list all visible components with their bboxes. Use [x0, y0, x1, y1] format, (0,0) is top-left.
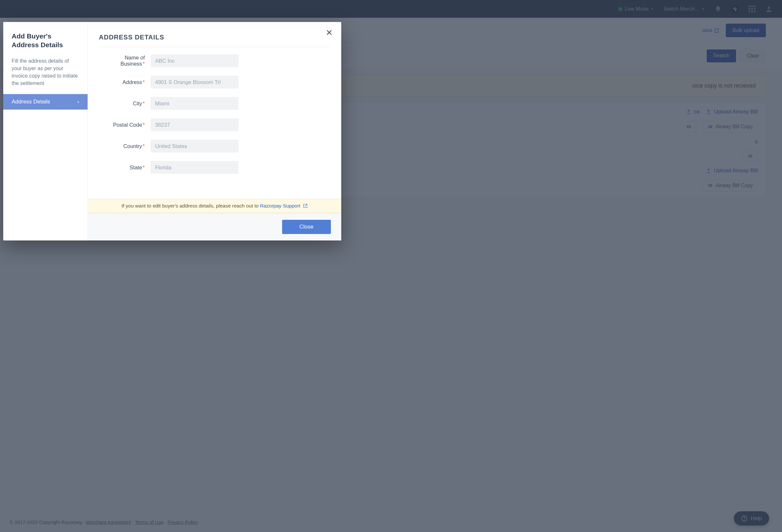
country-input[interactable]: [151, 140, 239, 152]
postal-code-label: Postal Code*: [99, 122, 146, 128]
address-form: Name of Business* Address* City* Postal …: [88, 47, 341, 199]
business-name-label: Name of Business*: [99, 55, 146, 67]
external-link-icon: [303, 204, 308, 208]
section-title: ADDRESS DETAILS: [99, 22, 330, 47]
razorpay-support-link[interactable]: Razorpay Support: [260, 203, 308, 209]
modal-content: ✕ ADDRESS DETAILS Name of Business* Addr…: [88, 22, 341, 241]
close-icon[interactable]: ✕: [326, 29, 333, 37]
state-label: State*: [99, 165, 146, 171]
city-input[interactable]: [151, 97, 239, 110]
city-label: City*: [99, 101, 146, 107]
support-info-strip: If you want to edit buyer's address deta…: [88, 199, 341, 213]
address-input[interactable]: [151, 76, 239, 88]
business-name-input[interactable]: [151, 54, 239, 67]
step-address-details[interactable]: Address Details ›: [3, 94, 87, 110]
chevron-right-icon: ›: [77, 99, 79, 105]
modal-sidebar-description: Fill the address details of your buyer a…: [3, 53, 87, 92]
modal-sidebar-title: Add Buyer's Address Details: [3, 22, 87, 53]
address-details-modal: Add Buyer's Address Details Fill the add…: [3, 22, 341, 241]
state-input[interactable]: [151, 161, 239, 174]
step-label: Address Details: [12, 99, 50, 105]
country-label: Country*: [99, 143, 146, 149]
modal-footer: Close: [88, 213, 341, 241]
postal-code-input[interactable]: [151, 118, 239, 131]
close-button[interactable]: Close: [282, 220, 331, 234]
address-label: Address*: [99, 79, 146, 85]
modal-sidebar: Add Buyer's Address Details Fill the add…: [3, 22, 88, 241]
